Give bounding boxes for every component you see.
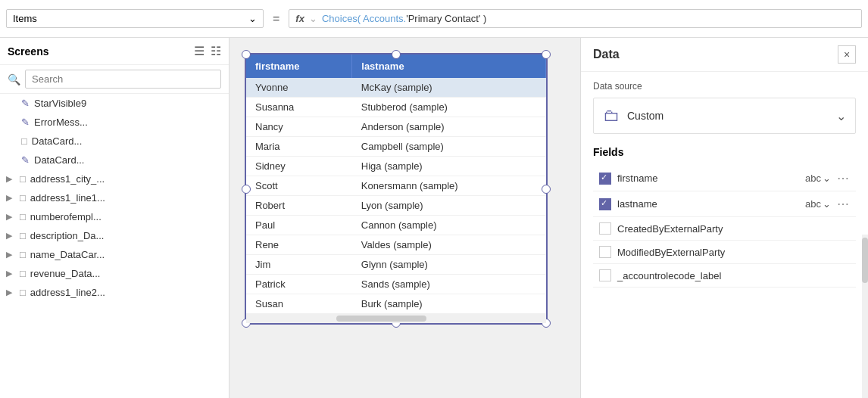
field-name-createdbyexternalparty: CreatedByExternalParty <box>617 223 850 235</box>
close-button[interactable]: × <box>838 45 856 64</box>
card-icon: □ <box>20 249 26 260</box>
sidebar-item-address1-city[interactable]: ▶ □ address1_city_... <box>0 169 229 188</box>
cell-3-0: Maria <box>246 137 352 157</box>
field-checkbox-createdbyexternalparty[interactable] <box>599 222 611 235</box>
field-checkbox-firstname[interactable] <box>599 173 611 185</box>
right-panel-body: Data source 🗀 Custom ⌄ Fields firstname … <box>581 72 868 398</box>
field-checkbox-accountrolecode[interactable] <box>599 269 611 281</box>
cell-4-1: Higa (sample) <box>352 157 546 176</box>
cell-0-1: McKay (sample) <box>352 78 546 98</box>
handle-top-left[interactable] <box>242 50 251 59</box>
cell-5-1: Konersmann (sample) <box>352 176 546 196</box>
search-box: 🔍 <box>0 65 229 94</box>
cell-2-0: Nancy <box>246 117 352 137</box>
expand-icon[interactable]: ▶ <box>6 193 12 203</box>
sidebar-item-description-da[interactable]: ▶ □ description_Da... <box>0 226 229 245</box>
field-type-lastname[interactable]: abc ⌄ <box>805 198 831 210</box>
sidebar-item-name-datacar[interactable]: ▶ □ name_DataCar... <box>0 245 229 264</box>
table-row[interactable]: PatrickSands (sample) <box>246 275 546 294</box>
expand-icon[interactable]: ▶ <box>6 288 12 297</box>
table-row[interactable]: SidneyHiga (sample) <box>246 157 546 176</box>
fx-icon[interactable]: fx <box>295 13 304 24</box>
col-header-firstname: firstname <box>246 54 352 78</box>
items-chevron: ⌄ <box>248 13 257 24</box>
sidebar: Screens ☰ ☷ 🔍 ✎ StarVisible9 ✎ ErrorMess… <box>0 38 229 398</box>
sidebar-item-datacard-2[interactable]: ✎ DataCard... <box>0 151 229 169</box>
cell-9-0: Jim <box>246 255 352 275</box>
card-icon: □ <box>20 192 26 204</box>
table-row[interactable]: JimGlynn (sample) <box>246 255 546 275</box>
field-more-firstname[interactable]: ⋯ <box>837 171 850 185</box>
table-row[interactable]: SusannaStubberod (sample) <box>246 98 546 117</box>
gallery-scrollbar[interactable] <box>246 314 546 323</box>
right-panel-scrollbar[interactable] <box>862 235 868 398</box>
formula-bar[interactable]: fx ⌄ Choices( Accounts.'Primary Contact'… <box>289 9 862 28</box>
table-row[interactable]: YvonneMcKay (sample) <box>246 78 546 98</box>
field-row-modifiedbyexternalparty: ModifiedByExternalParty <box>593 241 856 264</box>
formula-contact: 'Primary Contact' <box>406 13 480 24</box>
field-name-firstname: firstname <box>617 173 799 184</box>
main-content: Screens ☰ ☷ 🔍 ✎ StarVisible9 ✎ ErrorMess… <box>0 38 868 398</box>
right-panel-header: Data × <box>581 38 868 72</box>
sidebar-header: Screens ☰ ☷ <box>0 38 229 65</box>
field-checkbox-lastname[interactable] <box>599 198 611 210</box>
handle-mid-left[interactable] <box>242 185 251 194</box>
table-row[interactable]: MariaCampbell (sample) <box>246 137 546 157</box>
table-row[interactable]: PaulCannon (sample) <box>246 216 546 235</box>
table-row[interactable]: NancyAnderson (sample) <box>246 117 546 137</box>
field-type-firstname[interactable]: abc ⌄ <box>805 173 831 184</box>
cell-7-1: Cannon (sample) <box>352 216 546 235</box>
field-name-lastname: lastname <box>617 198 799 210</box>
field-checkbox-modifiedbyexternalparty[interactable] <box>599 246 611 258</box>
datasource-chevron-icon: ⌄ <box>836 109 846 123</box>
cell-1-0: Susanna <box>246 98 352 117</box>
sidebar-toolbar: ☰ ☷ <box>194 44 221 58</box>
top-bar: Items ⌄ = fx ⌄ Choices( Accounts.'Primar… <box>0 0 868 38</box>
edit-icon: ✎ <box>21 154 30 166</box>
data-source-card[interactable]: 🗀 Custom ⌄ <box>593 98 856 134</box>
table-row[interactable]: SusanBurk (sample) <box>246 294 546 314</box>
gallery-scrollbar-thumb[interactable] <box>336 316 426 322</box>
sidebar-item-numberofempl[interactable]: ▶ □ numberofempl... <box>0 207 229 226</box>
right-panel-scrollbar-thumb[interactable] <box>862 238 868 283</box>
field-row-firstname: firstname abc ⌄ ⋯ <box>593 166 856 191</box>
cell-9-1: Glynn (sample) <box>352 255 546 275</box>
card-icon: □ <box>20 173 26 185</box>
card-icon: □ <box>20 230 26 241</box>
sidebar-item-error-mess[interactable]: ✎ ErrorMess... <box>0 113 229 132</box>
handle-top-mid[interactable] <box>392 50 401 59</box>
expand-icon[interactable]: ▶ <box>6 174 12 184</box>
sidebar-item-datacard-1[interactable]: □ DataCard... <box>0 132 229 151</box>
field-more-lastname[interactable]: ⋯ <box>837 197 850 211</box>
cell-7-0: Paul <box>246 216 352 235</box>
expand-icon[interactable]: ▶ <box>6 269 12 278</box>
table-row[interactable]: ReneValdes (sample) <box>246 235 546 255</box>
table-row[interactable]: ScottKonersmann (sample) <box>246 176 546 196</box>
sidebar-item-address1-line2[interactable]: ▶ □ address1_line2... <box>0 283 229 302</box>
cell-10-1: Sands (sample) <box>352 275 546 294</box>
sidebar-item-address1-line1[interactable]: ▶ □ address1_line1... <box>0 188 229 207</box>
expand-icon[interactable]: ▶ <box>6 212 12 222</box>
edit-icon: ✎ <box>21 98 30 109</box>
edit-icon: ✎ <box>21 117 30 128</box>
search-input[interactable] <box>25 70 221 89</box>
fields-section: Fields firstname abc ⌄ ⋯ lastname <box>593 146 856 288</box>
expand-icon[interactable]: ▶ <box>6 250 12 260</box>
sidebar-item-star-visible9[interactable]: ✎ StarVisible9 <box>0 94 229 113</box>
expand-icon[interactable]: ▶ <box>6 231 12 241</box>
cell-0-0: Yvonne <box>246 78 352 98</box>
sidebar-item-revenue-data[interactable]: ▶ □ revenue_Data... <box>0 264 229 283</box>
type-chevron-icon: ⌄ <box>823 198 831 210</box>
cell-6-0: Robert <box>246 196 352 216</box>
table-row[interactable]: RobertLyon (sample) <box>246 196 546 216</box>
items-dropdown[interactable]: Items ⌄ <box>6 9 264 28</box>
handle-mid-right[interactable] <box>542 185 551 194</box>
cell-4-0: Sidney <box>246 157 352 176</box>
handle-top-right[interactable] <box>542 50 551 59</box>
gallery-container[interactable]: firstname lastname YvonneMcKay (sample)S… <box>245 53 548 325</box>
cell-8-1: Valdes (sample) <box>352 235 546 255</box>
datasource-label: Data source <box>593 81 856 92</box>
list-view-icon[interactable]: ☰ <box>194 44 205 58</box>
fx-separator: ⌄ <box>309 13 317 24</box>
grid-view-icon[interactable]: ☷ <box>211 44 221 58</box>
